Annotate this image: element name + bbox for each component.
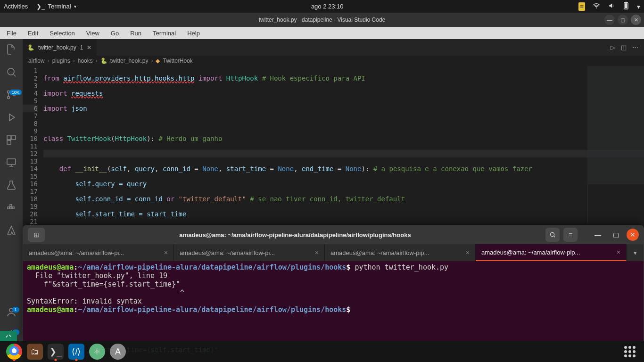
menu-view[interactable]: View <box>82 29 104 38</box>
terminal-search-button[interactable] <box>545 228 560 242</box>
activity-bar: 10K 1 1 <box>0 39 23 362</box>
svg-rect-8 <box>7 136 11 140</box>
battery-icon[interactable] <box>623 1 629 11</box>
terminal-tab[interactable]: amadeus@ama: ~/ama/airflow-pi...× <box>174 244 325 261</box>
dock-terminal[interactable]: ❯_ <box>45 341 66 362</box>
tab-filename: twitter_hook.py <box>38 44 76 51</box>
window-title: twitter_hook.py - datapipeline - Visual … <box>259 16 386 23</box>
dock-software-updater[interactable]: A <box>107 341 128 362</box>
system-menu-chevron-icon[interactable]: ▾ <box>637 3 640 10</box>
terminal-minimize-button[interactable]: — <box>591 228 605 242</box>
svg-point-4 <box>8 68 14 75</box>
menu-run[interactable]: Run <box>125 29 146 38</box>
close-button[interactable]: ✕ <box>631 15 641 25</box>
svg-rect-12 <box>8 207 9 209</box>
wifi-icon[interactable] <box>593 2 600 10</box>
accounts-badge: 1 <box>12 307 19 313</box>
minimize-button[interactable]: — <box>604 15 615 25</box>
docker-icon[interactable] <box>5 201 18 214</box>
svg-point-0 <box>596 8 597 8</box>
dock-atom[interactable]: ⚛ <box>87 341 107 362</box>
python-file-icon: 🐍 <box>100 58 107 64</box>
terminal-header: ⊞ amadeus@ama: ~/ama/airflow-pipeline-al… <box>23 225 644 244</box>
close-tab-icon[interactable]: ✕ <box>87 44 91 51</box>
terminal-tab-bar: amadeus@ama: ~/ama/airflow-pi...× amadeu… <box>23 244 644 261</box>
svg-rect-9 <box>12 136 16 140</box>
clock[interactable]: ago 2 23:10 <box>76 3 578 10</box>
dirty-indicator: 1 <box>80 44 83 51</box>
svg-rect-10 <box>7 140 11 144</box>
svg-rect-11 <box>7 159 16 165</box>
dock-files[interactable]: 🗂 <box>25 341 45 362</box>
svg-rect-2 <box>625 2 627 3</box>
remote-icon[interactable] <box>5 156 18 169</box>
close-tab-icon[interactable]: × <box>617 248 620 256</box>
azure-icon[interactable] <box>5 224 18 237</box>
menu-terminal[interactable]: Terminal <box>148 29 181 38</box>
terminal-maximize-button[interactable]: ▢ <box>609 228 623 242</box>
explorer-icon[interactable] <box>5 43 18 56</box>
gnome-top-bar: Activities ❯_ Terminal ▾ ago 2 23:10 ≡ ▾ <box>0 0 644 13</box>
terminal-icon: ❯_ <box>36 3 45 10</box>
show-applications-button[interactable] <box>619 341 640 362</box>
new-tab-button[interactable]: ⊞ <box>28 228 45 242</box>
svg-point-18 <box>550 232 554 236</box>
notification-icon[interactable]: ≡ <box>578 2 585 11</box>
testing-icon[interactable] <box>5 179 18 192</box>
more-actions-icon[interactable]: ⋯ <box>632 44 638 51</box>
vscode-title-bar: twitter_hook.py - datapipeline - Visual … <box>0 13 644 27</box>
menu-help[interactable]: Help <box>182 29 205 38</box>
terminal-window: ⊞ amadeus@ama: ~/ama/airflow-pipeline-al… <box>23 225 644 341</box>
breadcrumb[interactable]: airflow› plugins› hooks› 🐍 twitter_hook.… <box>23 56 644 66</box>
run-debug-icon[interactable] <box>5 111 18 124</box>
terminal-tab[interactable]: amadeus@ama: ~/ama/airflow-pi...× <box>23 244 174 261</box>
editor-tab-bar: 🐍 twitter_hook.py 1 ✕ ▷ ◫ ⋯ <box>23 39 644 56</box>
scm-icon[interactable]: 10K <box>5 88 18 101</box>
split-editor-icon[interactable]: ◫ <box>621 44 627 51</box>
dock: 🗂 ❯_ ⟨/⟩ ⚛ A <box>0 341 644 362</box>
svg-rect-13 <box>10 207 12 209</box>
close-tab-icon[interactable]: × <box>164 249 168 256</box>
terminal-tab[interactable]: amadeus@ama: ~/ama/airflow-pip...× <box>325 244 476 261</box>
svg-rect-3 <box>625 3 627 8</box>
svg-rect-15 <box>10 205 12 206</box>
remote-indicator[interactable] <box>0 331 17 341</box>
python-file-icon: 🐍 <box>27 44 34 51</box>
svg-point-6 <box>8 97 10 99</box>
terminal-menu-button[interactable]: ≡ <box>563 228 578 242</box>
menu-bar: File Edit Selection View Go Run Terminal… <box>0 27 644 39</box>
run-file-icon[interactable]: ▷ <box>611 44 615 51</box>
dock-vscode[interactable]: ⟨/⟩ <box>66 341 87 362</box>
terminal-tab-active[interactable]: amadeus@ama: ~/ama/airflow-pip...× <box>476 244 627 261</box>
class-symbol-icon: ◆ <box>156 58 160 64</box>
maximize-button[interactable]: ▢ <box>618 15 628 25</box>
volume-icon[interactable] <box>608 2 615 10</box>
close-tab-icon[interactable]: × <box>315 249 319 256</box>
scm-badge: 10K <box>9 90 22 95</box>
extensions-icon[interactable] <box>5 133 18 147</box>
menu-go[interactable]: Go <box>106 29 124 38</box>
terminal-output[interactable]: amadeus@ama:~/ama/airflow-pipeline-alura… <box>23 261 644 341</box>
terminal-title: amadeus@ama: ~/ama/airflow-pipeline-alur… <box>49 231 542 239</box>
search-icon[interactable] <box>5 66 18 79</box>
editor-tab[interactable]: 🐍 twitter_hook.py 1 ✕ <box>23 39 97 56</box>
menu-file[interactable]: File <box>2 29 21 38</box>
terminal-tab-menu[interactable]: ▾ <box>627 244 644 261</box>
close-tab-icon[interactable]: × <box>466 249 470 256</box>
svg-rect-14 <box>12 207 14 209</box>
menu-edit[interactable]: Edit <box>23 29 43 38</box>
terminal-close-button[interactable]: ✕ <box>627 229 639 241</box>
accounts-icon[interactable]: 1 <box>5 305 18 319</box>
dock-chrome[interactable] <box>4 341 25 362</box>
activities-button[interactable]: Activities <box>4 3 28 10</box>
menu-selection[interactable]: Selection <box>45 29 79 38</box>
app-menu[interactable]: ❯_ Terminal ▾ <box>36 3 76 10</box>
